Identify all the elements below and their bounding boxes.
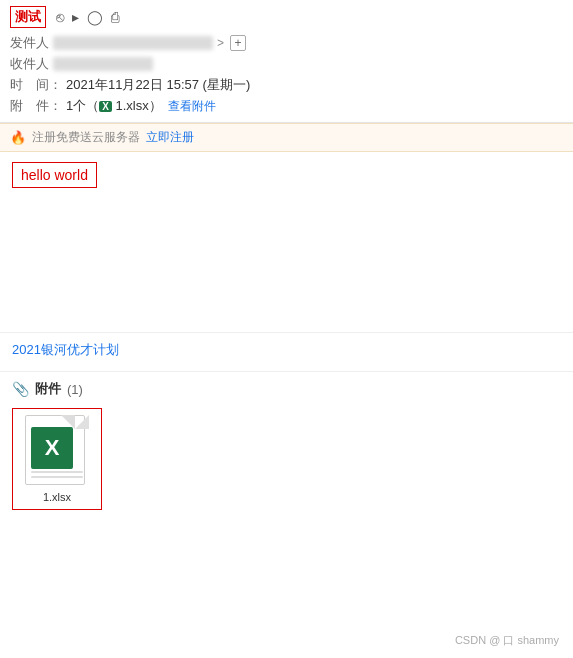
email-link-area: 2021银河优才计划 [0, 332, 573, 367]
file-name-label: 1.xlsx [43, 491, 71, 503]
sender-value-blurred [53, 36, 213, 50]
file-icon-wrapper: X [25, 415, 89, 487]
ad-icon: 🔥 [10, 130, 26, 145]
galaxy-talent-link[interactable]: 2021银河优才计划 [12, 342, 119, 357]
toolbar-icons: ⎋ ▸ ◯ ⎙ [56, 9, 119, 25]
attachment-file-item[interactable]: X 1.xlsx [12, 408, 102, 510]
email-header: 测试 ⎋ ▸ ◯ ⎙ 发件人 > + 收件人 时 间： 2021年11月22日 … [0, 0, 573, 123]
attachment-meta-label: 附 件： [10, 97, 62, 115]
page-footer: CSDN @ 口 shammy [455, 633, 559, 648]
attachment-section-count: (1) [67, 382, 83, 397]
time-value: 2021年11月22日 15:57 (星期一) [66, 76, 250, 94]
title-row: 测试 ⎋ ▸ ◯ ⎙ [10, 6, 563, 28]
recipient-value-blurred [53, 57, 153, 71]
hello-world-box: hello world [12, 162, 97, 188]
clock-icon[interactable]: ◯ [87, 9, 103, 25]
add-sender-button[interactable]: + [230, 35, 246, 51]
time-label: 时 间： [10, 76, 62, 94]
file-line-1 [31, 471, 83, 473]
attachment-count-text: 1个（X 1.xlsx） [66, 97, 162, 115]
hello-world-text: hello world [21, 167, 88, 183]
excel-logo: X [31, 427, 73, 469]
attachment-section-header: 📎 附件 (1) [12, 380, 561, 398]
footer-text: CSDN @ 口 shammy [455, 634, 559, 646]
file-lines [31, 471, 83, 481]
attachment-info: 1个（ [66, 98, 99, 113]
excel-badge: X [99, 101, 112, 112]
ad-register-link[interactable]: 立即注册 [146, 129, 194, 146]
view-attachment-link[interactable]: 查看附件 [168, 98, 216, 115]
attachment-suffix: ） [149, 98, 162, 113]
email-body: hello world [0, 152, 573, 332]
sender-label: 发件人 [10, 34, 49, 52]
subject-tag: 测试 [10, 6, 46, 28]
attachment-meta-filename: 1.xlsx [116, 98, 149, 113]
ad-banner: 🔥 注册免费送云服务器 立即注册 [0, 123, 573, 152]
recipient-label: 收件人 [10, 55, 49, 73]
reply-icon[interactable]: ⎋ [56, 9, 64, 25]
print-icon[interactable]: ⎙ [111, 9, 119, 25]
clip-icon: 📎 [12, 381, 29, 397]
arrow-right-icon: > [217, 36, 224, 50]
attachment-meta-row: 附 件： 1个（X 1.xlsx） 查看附件 [10, 97, 563, 115]
excel-letter: X [45, 435, 60, 461]
recipient-row: 收件人 [10, 55, 563, 73]
forward-icon[interactable]: ▸ [72, 9, 79, 25]
attachment-section: 📎 附件 (1) X 1.xlsx [0, 371, 573, 518]
sender-row: 发件人 > + [10, 34, 563, 52]
attachment-section-label: 附件 [35, 380, 61, 398]
time-row: 时 间： 2021年11月22日 15:57 (星期一) [10, 76, 563, 94]
ad-text: 注册免费送云服务器 [32, 129, 140, 146]
file-line-2 [31, 476, 83, 478]
